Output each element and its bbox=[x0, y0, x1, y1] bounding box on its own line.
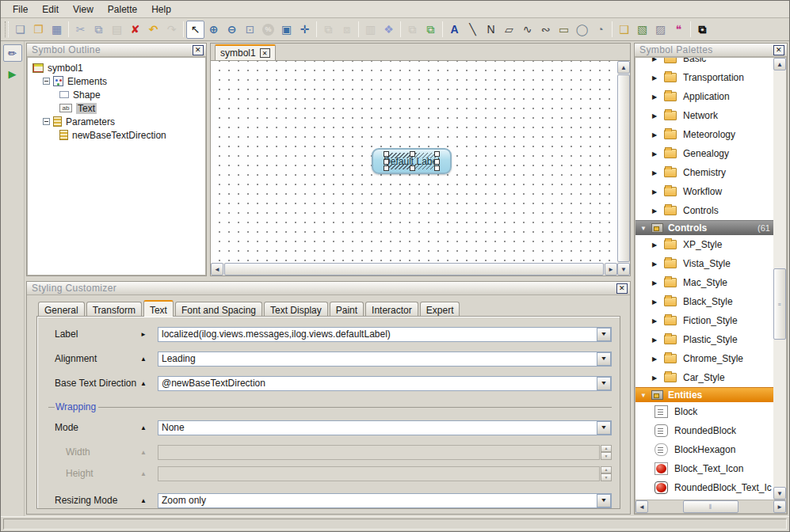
selection-handle[interactable] bbox=[410, 151, 415, 157]
palette-item-block_text_icon[interactable]: Block_Text_Icon bbox=[635, 459, 773, 478]
tab-transform[interactable]: Transform bbox=[86, 302, 142, 317]
palette-folder-xp_style[interactable]: XP_Style bbox=[635, 235, 773, 254]
menu-view[interactable]: View bbox=[66, 2, 101, 17]
arc-tool-icon[interactable]: ◔ bbox=[591, 21, 609, 39]
expand-right-icon[interactable] bbox=[140, 331, 158, 338]
undo-icon[interactable]: ↶ bbox=[144, 21, 162, 39]
scrollbar-track[interactable] bbox=[617, 74, 630, 263]
pan-icon[interactable]: ✛ bbox=[296, 21, 314, 39]
palette-folder-vista_style[interactable]: Vista_Style bbox=[635, 254, 773, 273]
palette-item-roundedblock[interactable]: RoundedBlock bbox=[635, 421, 773, 440]
scrollbar-thumb[interactable]: ≡ bbox=[773, 268, 786, 340]
palette-folder-fiction_style[interactable]: Fiction_Style bbox=[635, 311, 773, 330]
tree-node-text[interactable]: ab Text bbox=[32, 101, 205, 115]
tab-text[interactable]: Text bbox=[143, 300, 174, 317]
expand-up-icon[interactable] bbox=[140, 497, 158, 504]
zoom-area-icon[interactable]: ⊡ bbox=[241, 21, 259, 39]
rectangle-tool-icon[interactable]: ▭ bbox=[555, 21, 573, 39]
palette-folder-meteorology[interactable]: Meteorology bbox=[635, 125, 773, 144]
scroll-down-icon[interactable] bbox=[773, 487, 786, 500]
palette-folder-workflow[interactable]: Workflow bbox=[635, 182, 773, 201]
text-tool-icon[interactable]: A bbox=[445, 21, 464, 39]
scroll-down-icon[interactable] bbox=[617, 263, 630, 276]
tab-paint[interactable]: Paint bbox=[330, 302, 364, 317]
chevron-down-icon[interactable] bbox=[597, 421, 611, 435]
select-tool-icon[interactable]: ↖ bbox=[186, 21, 204, 39]
entities-section-header[interactable]: Entities bbox=[635, 387, 773, 402]
expand-right-icon[interactable] bbox=[652, 241, 658, 249]
scrollbar-thumb[interactable] bbox=[224, 263, 604, 276]
scroll-up-icon[interactable] bbox=[773, 58, 786, 70]
resizing-mode-combobox[interactable]: Zoom only bbox=[158, 493, 612, 508]
scroll-right-icon[interactable] bbox=[605, 263, 617, 276]
expand-right-icon[interactable] bbox=[652, 260, 658, 268]
selection-handle[interactable] bbox=[434, 151, 440, 157]
expand-right-icon[interactable] bbox=[652, 188, 658, 196]
tree-node-symbol1[interactable]: symbol1 bbox=[32, 61, 205, 74]
menu-edit[interactable]: Edit bbox=[35, 2, 66, 17]
expand-right-icon[interactable] bbox=[652, 374, 658, 382]
expand-right-icon[interactable] bbox=[652, 207, 658, 215]
expand-right-icon[interactable] bbox=[652, 279, 658, 287]
selection-handle[interactable] bbox=[384, 151, 389, 157]
base-text-direction-combobox[interactable]: @newBaseTextDirection bbox=[158, 376, 612, 391]
zoom-in-icon[interactable]: ⊕ bbox=[204, 21, 223, 39]
expand-right-icon[interactable] bbox=[652, 58, 658, 63]
selection-handle[interactable] bbox=[384, 165, 389, 171]
expand-right-icon[interactable] bbox=[652, 74, 658, 82]
delete-icon[interactable]: ✘ bbox=[126, 21, 144, 39]
tab-text-display[interactable]: Text Display bbox=[264, 302, 328, 317]
canvas-view[interactable]: Default Label bbox=[211, 61, 617, 263]
scroll-right-icon[interactable] bbox=[773, 500, 786, 513]
close-tab-icon[interactable] bbox=[260, 48, 270, 58]
tab-interactor[interactable]: Interactor bbox=[365, 302, 418, 317]
label-combobox[interactable]: localized(ilog.views.messages,ilog.views… bbox=[158, 327, 612, 342]
scroll-left-icon[interactable] bbox=[211, 263, 223, 276]
expand-right-icon[interactable] bbox=[652, 317, 658, 325]
palette-folder-basic[interactable]: Basic bbox=[635, 58, 773, 68]
toolbar-grip[interactable] bbox=[5, 21, 9, 37]
open-folder-icon[interactable]: ❐ bbox=[29, 21, 48, 39]
send-to-back-icon[interactable]: ⧉ bbox=[422, 21, 440, 39]
chevron-down-icon[interactable] bbox=[597, 328, 611, 341]
expand-right-icon[interactable] bbox=[652, 150, 658, 158]
tree-node-elements[interactable]: Elements bbox=[32, 74, 205, 88]
default-label-element[interactable]: Default Label bbox=[372, 148, 452, 174]
point-tool-icon[interactable]: ❑ bbox=[615, 21, 633, 39]
scroll-up-icon[interactable] bbox=[617, 61, 630, 74]
foreground-background-icon[interactable]: ⧉ bbox=[693, 21, 712, 39]
scrollbar-track[interactable]: ≡ bbox=[773, 70, 786, 487]
symbol-check-icon[interactable]: ❖ bbox=[380, 21, 398, 39]
collapse-toggle-icon[interactable] bbox=[43, 78, 50, 85]
palette-folder-network[interactable]: Network bbox=[635, 106, 773, 125]
palette-folder-chrome_style[interactable]: Chrome_Style bbox=[635, 349, 773, 368]
fit-to-contents-icon[interactable]: ▣ bbox=[277, 21, 296, 39]
scrollbar-thumb[interactable] bbox=[617, 74, 630, 262]
closed-spline-tool-icon[interactable]: ∾ bbox=[536, 21, 555, 39]
image-icon[interactable]: ▨ bbox=[651, 21, 670, 39]
run-icon[interactable]: ▶ bbox=[3, 65, 22, 82]
selection-handle[interactable] bbox=[434, 159, 440, 165]
palette-folder-car_style[interactable]: Car_Style bbox=[635, 368, 773, 387]
tree-node-parameters[interactable]: Parameters bbox=[32, 115, 205, 128]
close-icon[interactable] bbox=[616, 283, 628, 294]
new-file-icon[interactable]: ❏ bbox=[11, 21, 29, 39]
label-tool-icon[interactable]: ❝ bbox=[670, 21, 688, 39]
tab-expert[interactable]: Expert bbox=[420, 302, 460, 317]
mode-combobox[interactable]: None bbox=[158, 420, 612, 435]
palette-folder-plastic_style[interactable]: Plastic_Style bbox=[635, 330, 773, 349]
scroll-left-icon[interactable] bbox=[635, 500, 648, 513]
palette-item-roundedblock_text_ic[interactable]: RoundedBlock_Text_Ic bbox=[635, 478, 773, 497]
zoom-out-icon[interactable]: ⊖ bbox=[223, 21, 241, 39]
menu-file[interactable]: File bbox=[6, 2, 35, 17]
selection-handle[interactable] bbox=[384, 159, 389, 165]
expand-right-icon[interactable] bbox=[652, 131, 658, 139]
chevron-down-icon[interactable] bbox=[597, 377, 611, 390]
tab-symbol1[interactable]: symbol1 bbox=[215, 44, 276, 60]
expand-right-icon[interactable] bbox=[652, 336, 658, 344]
expand-right-icon[interactable] bbox=[652, 298, 658, 306]
selection-handle[interactable] bbox=[410, 165, 415, 171]
expand-right-icon[interactable] bbox=[652, 355, 658, 363]
tab-general[interactable]: General bbox=[38, 302, 85, 317]
expand-right-icon[interactable] bbox=[652, 112, 658, 120]
